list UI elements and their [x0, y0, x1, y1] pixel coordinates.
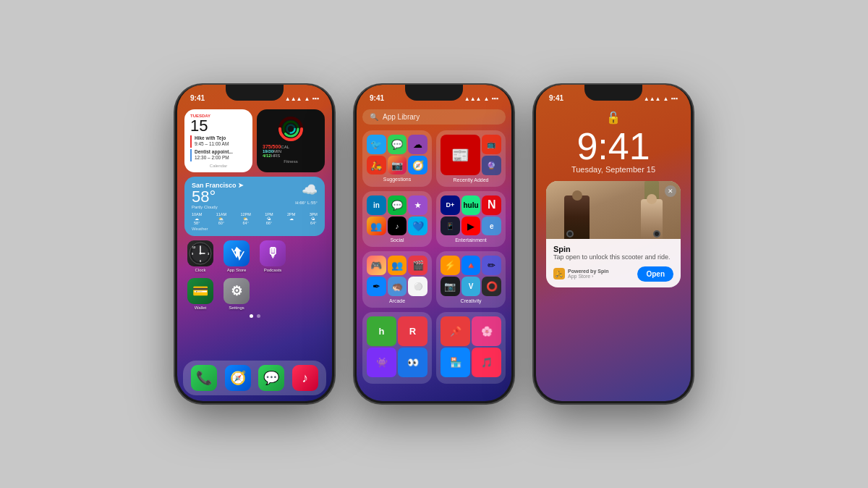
- weather-hour-1: 10AM☁58°: [192, 212, 202, 225]
- app-podcasts[interactable]: 🎙 Podcasts: [257, 240, 289, 272]
- folder-app-music2: 🎵: [472, 348, 501, 377]
- calendar-widget[interactable]: TUESDAY 15 Hike with Tejo 9:45 – 11:00 A…: [184, 109, 252, 172]
- phone-icon: 📞: [191, 365, 217, 391]
- folder-app-store: 🏪: [441, 348, 470, 377]
- lock-battery-icon: ▪▪▪: [671, 95, 678, 102]
- notification-close-btn[interactable]: ✕: [665, 185, 676, 197]
- settings-icon: ⚙: [224, 278, 250, 304]
- weather-hour-5: 2PM☁: [287, 212, 295, 225]
- folder-app-cr2: 🔺: [461, 256, 481, 275]
- fitness-hrs: 4/12HRS: [263, 153, 319, 158]
- folder-app-cr3: ✏: [482, 256, 501, 275]
- weather-hour-6: 3PM🌤64°: [310, 212, 318, 225]
- folder-social[interactable]: in 💬 ★ 👥 ♪ 💙 Social: [362, 191, 432, 247]
- folder-app-cr1: ⚡: [441, 256, 460, 275]
- calendar-label: Calendar: [190, 164, 247, 168]
- folder-app-twitter: 🐦: [367, 135, 386, 154]
- folder-creativity-label: Creativity: [441, 298, 501, 303]
- folder-entertainment-label: Entertainment: [441, 237, 501, 243]
- app-appstore[interactable]: App Store: [221, 240, 252, 272]
- folder-app-netflix: N: [482, 195, 501, 215]
- appstore-label: App Store: [227, 268, 247, 272]
- podcasts-icon: 🎙: [260, 240, 286, 266]
- folder-app-tiktok: ♪: [388, 216, 407, 236]
- lock-signal-icon: ▲▲▲: [644, 96, 661, 102]
- folder-entertainment[interactable]: D+ hulu N 📱 ▶ e Entertainment: [436, 191, 506, 247]
- folder-app-houzz: h: [367, 316, 396, 346]
- app-library-grid: 🐦 💬 ☁ 🛵 📷 🧭 Suggestions 📰 📺 🔮: [362, 130, 506, 384]
- notification-open-button[interactable]: Open: [637, 266, 673, 282]
- folder-app-game2: 👥: [388, 256, 407, 275]
- folder-app-linkedin: in: [367, 195, 386, 215]
- library-status-time: 9:41: [370, 94, 384, 102]
- folder-app-r: R: [398, 316, 427, 346]
- folder-small-1: 📺: [482, 135, 501, 154]
- folder-app-game1: 🎮: [367, 256, 386, 275]
- lock-date-display: Tuesday, September 15: [571, 165, 655, 174]
- dock-phone[interactable]: 📞: [191, 365, 217, 391]
- weather-hour-4: 1PM🌤66°: [265, 212, 273, 225]
- folder-app-cr5: V: [461, 277, 481, 296]
- folder-misc2[interactable]: 📌 🌸 🏪 🎵: [436, 312, 506, 384]
- widgets-row: TUESDAY 15 Hike with Tejo 9:45 – 11:00 A…: [184, 109, 325, 172]
- folder-app-sonic: 🦔: [388, 277, 407, 296]
- podcasts-label: Podcasts: [264, 268, 282, 272]
- svg-text:12: 12: [192, 245, 196, 249]
- status-bar-lock: 9:41 ▲▲▲ ▲ ▪▪▪: [536, 85, 691, 105]
- status-time: 9:41: [190, 94, 205, 102]
- search-text: App Library: [383, 113, 420, 121]
- weather-temp: 58°: [192, 189, 244, 205]
- notification-powered-text: Powered by Spin App Store ›: [568, 269, 608, 279]
- app-clock[interactable]: 12369 Clock: [184, 240, 216, 272]
- lock-time-display: 9:41: [576, 127, 650, 165]
- app-library-search[interactable]: 🔍 App Library: [362, 109, 506, 125]
- status-bar-library: 9:41 ▲▲▲ ▲ ▪▪▪: [357, 85, 511, 105]
- folder-app-purple: ★: [408, 195, 427, 215]
- lock-status-icons: ▲▲▲ ▲ ▪▪▪: [644, 95, 678, 102]
- folder-suggestions[interactable]: 🐦 💬 ☁ 🛵 📷 🧭 Suggestions: [362, 130, 432, 187]
- folder-app-messages: 💬: [388, 135, 407, 154]
- folder-app-flower: 🌸: [472, 316, 501, 346]
- weather-hour-2: 11AM⛅60°: [216, 212, 226, 225]
- folder-social-label: Social: [367, 237, 427, 243]
- appstore-link[interactable]: App Store ›: [568, 274, 608, 279]
- library-status-icons: ▲▲▲ ▲ ▪▪▪: [464, 95, 498, 102]
- folder-app-cloud: ☁: [408, 135, 427, 154]
- folder-creativity[interactable]: ⚡ 🔺 ✏ 📷 V ⭕ Creativity: [436, 251, 506, 307]
- app-settings[interactable]: ⚙ Settings: [221, 278, 252, 310]
- dock-safari[interactable]: 🧭: [225, 365, 251, 391]
- folder-big-nytimes: 📰: [441, 135, 480, 175]
- wallet-icon: 💳: [187, 278, 213, 304]
- folder-small-2: 🔮: [482, 156, 501, 175]
- notification-description: Tap open to unlock this scooter and ride…: [553, 253, 673, 262]
- folder-app-pin: 📌: [441, 316, 470, 346]
- folder-app-disneyplus: D+: [441, 195, 460, 215]
- weather-hourly: 10AM☁58° 11AM⛅60° 12PM⛅64° 1PM🌤66° 2PM☁ …: [192, 212, 318, 225]
- lock-unlock-icon: 🔓: [606, 111, 621, 125]
- home-content: TUESDAY 15 Hike with Tejo 9:45 – 11:00 A…: [177, 105, 332, 401]
- app-wallet[interactable]: 💳 Wallet: [184, 278, 216, 310]
- folder-app-safari: 🧭: [408, 156, 427, 175]
- notification-card[interactable]: ✕ Spin Tap open to unlock this scooter a…: [546, 181, 681, 287]
- weather-widget[interactable]: San Francisco ➤ 58° Partly Cloudy ☁️ H:6…: [184, 177, 325, 236]
- folder-recently-added[interactable]: 📰 📺 🔮 Recently Added: [436, 130, 506, 187]
- wallet-label: Wallet: [195, 306, 206, 310]
- folder-app-facebook: 👥: [367, 216, 386, 236]
- fitness-widget[interactable]: 375/500CAL 19/30MIN 4/12HRS Fitness: [257, 109, 325, 172]
- search-icon: 🔍: [370, 113, 378, 121]
- folder-misc1[interactable]: h R 👾 👀: [362, 312, 432, 384]
- lib-signal-icon: ▲▲▲: [464, 96, 482, 102]
- clock-icon: 12369: [187, 240, 213, 266]
- folder-arcade[interactable]: 🎮 👥 🎬 ✒ 🦔 ⚪ Arcade: [362, 251, 432, 307]
- dock-music[interactable]: ♪: [292, 365, 318, 391]
- dock-messages[interactable]: 💬: [258, 365, 284, 391]
- folder-app-youtube: ▶: [461, 216, 481, 236]
- notification-footer-left: 🛵 Powered by Spin App Store ›: [553, 268, 608, 279]
- app-grid: 12369 Clock App Store 🎙 Podcasts: [184, 240, 325, 310]
- phone-lock-screen: 9:41 ▲▲▲ ▲ ▪▪▪ 🔓 9:41 Tuesday, September…: [534, 85, 693, 403]
- notification-image: ✕: [546, 181, 681, 239]
- status-icons: ▲▲▲ ▲ ▪▪▪: [285, 95, 319, 102]
- folder-arcade-label: Arcade: [367, 298, 427, 303]
- dock: 📞 🧭 💬 ♪: [183, 361, 326, 395]
- safari-icon: 🧭: [225, 365, 251, 391]
